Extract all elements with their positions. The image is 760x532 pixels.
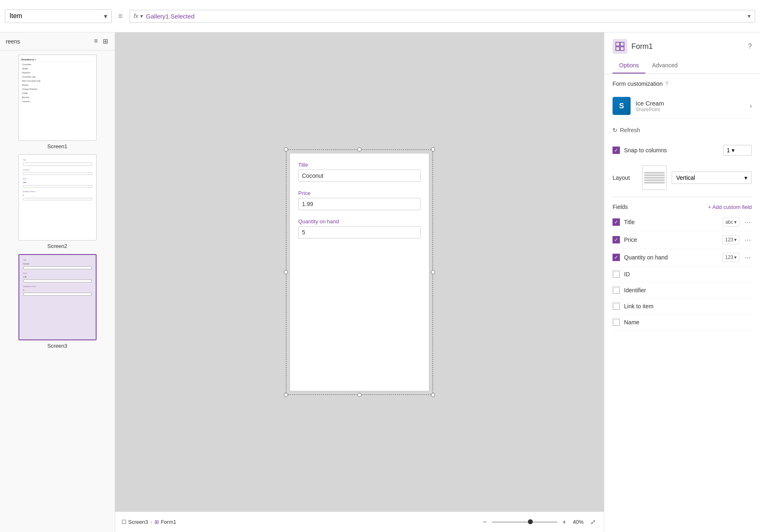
right-panel: Form1 ? Options Advanced Form customizat… <box>604 32 760 532</box>
snap-select[interactable]: 1 ▾ <box>723 145 752 156</box>
field-type-price[interactable]: 123 ▾ <box>722 235 739 244</box>
snap-checkbox[interactable]: ✓ <box>613 147 620 154</box>
zoom-level: 40% <box>571 519 585 525</box>
field-row-id: ID <box>613 266 752 282</box>
screen1-label: Screen1 <box>47 143 67 149</box>
layout-line-2 <box>644 174 665 176</box>
form-field-price-input[interactable] <box>298 198 421 210</box>
field-row-price: ✓ Price 123 ▾ ⋯ <box>613 231 752 249</box>
refresh-label: Refresh <box>620 127 640 133</box>
zoom-slider[interactable] <box>492 521 557 523</box>
top-bar: Item ▾ = fx ▾ Gallery1.Selected ▾ <box>0 0 760 32</box>
main-layout: reens ≡ ⊞ Strawberry > Chocolate Vanilla… <box>0 32 760 532</box>
panel-title: Form1 <box>631 42 653 51</box>
datasource-name: Ice Cream <box>636 100 745 107</box>
datasource-info: Ice Cream SharePoint <box>636 100 745 112</box>
field-checkbox-name[interactable] <box>613 319 620 326</box>
refresh-button[interactable]: ↻ Refresh <box>613 125 752 135</box>
field-checkbox-id[interactable] <box>613 271 620 278</box>
breadcrumb-form[interactable]: ⊞ Form1 <box>154 519 176 525</box>
handle-mr[interactable] <box>431 270 435 274</box>
form-customization-help: ? <box>665 80 668 87</box>
tab-options[interactable]: Options <box>613 58 645 73</box>
field-type-price-value: 123 <box>725 237 733 243</box>
layout-preview[interactable] <box>642 165 667 190</box>
form-field-qty: Quantity on hand <box>298 218 421 238</box>
form-preview[interactable]: Title Price Quantity on hand <box>290 153 429 391</box>
handle-tl[interactable] <box>284 147 288 151</box>
layout-select[interactable]: Vertical ▾ <box>672 172 752 184</box>
grid-view-icon[interactable]: ⊞ <box>102 37 109 46</box>
panel-help-icon[interactable]: ? <box>748 43 752 50</box>
add-custom-field-button[interactable]: + Add custom field <box>708 204 752 210</box>
sidebar-item-screen1[interactable]: Strawberry > Chocolate Vanilla Pistachio… <box>4 55 111 149</box>
zoom-slider-thumb[interactable] <box>528 519 533 524</box>
sidebar-item-screen3[interactable]: Title Coconut Price 1.99 Quantity on han… <box>4 254 111 349</box>
fields-header: Fields + Add custom field <box>613 204 752 210</box>
fields-section: Fields + Add custom field ✓ Title abc ▾ … <box>613 197 752 330</box>
item-selector-label: Item <box>9 12 22 20</box>
item-selector[interactable]: Item ▾ <box>5 9 112 23</box>
datasource-icon: S <box>613 97 631 115</box>
form-field-qty-input[interactable] <box>298 226 421 238</box>
screen2-thumbnail: Title Coconut Price 1.99 Quantity on han… <box>18 154 97 241</box>
handle-bm[interactable] <box>357 393 362 397</box>
breadcrumb-screen[interactable]: ☐ Screen3 <box>122 519 148 525</box>
form-icon: ⊞ <box>154 519 159 525</box>
zoom-in-button[interactable]: + <box>561 517 568 527</box>
fx-label: fx ▾ <box>134 13 143 19</box>
screen2-label: Screen2 <box>47 243 67 249</box>
formula-bar[interactable]: fx ▾ Gallery1.Selected ▾ <box>129 10 755 23</box>
form-field-title-label: Title <box>298 162 421 168</box>
screen2-content: Title Coconut Price 1.99 Quantity on han… <box>21 157 94 202</box>
handle-bl[interactable] <box>284 393 288 397</box>
field-menu-title[interactable]: ⋯ <box>744 218 752 226</box>
zoom-out-button[interactable]: − <box>481 517 488 527</box>
panel-title-row: Form1 <box>613 39 653 54</box>
sidebar-item-screen2[interactable]: Title Coconut Price 1.99 Quantity on han… <box>4 154 111 249</box>
field-checkbox-linktoitem[interactable] <box>613 303 620 310</box>
layout-value: Vertical <box>676 174 695 181</box>
snap-row: ✓ Snap to columns 1 ▾ <box>613 142 752 159</box>
canvas-content: Title Price Quantity on hand <box>115 32 604 511</box>
handle-br[interactable] <box>431 393 435 397</box>
handle-tr[interactable] <box>431 147 435 151</box>
layout-select-chevron: ▾ <box>744 174 747 181</box>
form-field-qty-label: Quantity on hand <box>298 218 421 225</box>
screen-icon: ☐ <box>122 519 127 525</box>
left-panel-header: reens ≡ ⊞ <box>0 32 115 50</box>
field-type-title[interactable]: abc ▾ <box>723 218 739 227</box>
datasource-row[interactable]: S Ice Cream SharePoint › <box>613 94 752 119</box>
screen1-thumbnail: Strawberry > Chocolate Vanilla Pistachio… <box>18 55 97 141</box>
field-checkbox-title[interactable]: ✓ <box>613 218 620 226</box>
field-checkbox-price[interactable]: ✓ <box>613 236 620 243</box>
screen3-content: Title Coconut Price 1.99 Quantity on han… <box>22 257 93 297</box>
field-row-title: ✓ Title abc ▾ ⋯ <box>613 213 752 231</box>
field-name-title: Title <box>624 219 719 225</box>
form-field-title: Title <box>298 162 421 182</box>
layout-row: Layout Vertical ▾ <box>613 165 752 190</box>
field-checkbox-identifier[interactable] <box>613 287 620 294</box>
field-menu-qty[interactable]: ⋯ <box>744 254 752 261</box>
breadcrumb: ☐ Screen3 › ⊞ Form1 <box>122 519 176 525</box>
expand-button[interactable]: ⤢ <box>589 516 597 527</box>
svg-rect-1 <box>620 42 624 46</box>
field-menu-price[interactable]: ⋯ <box>744 236 752 244</box>
snap-value: 1 <box>727 147 730 154</box>
field-type-qty[interactable]: 123 ▾ <box>722 253 739 262</box>
canvas-area: Title Price Quantity on hand ☐ Screen3 <box>115 32 604 532</box>
layout-line-3 <box>644 177 665 179</box>
field-row-identifier: Identifier <box>613 282 752 298</box>
field-row-linktoitem: Link to item <box>613 298 752 314</box>
field-type-price-chevron: ▾ <box>734 237 737 243</box>
screens-list: Strawberry > Chocolate Vanilla Pistachio… <box>0 50 115 532</box>
list-view-icon[interactable]: ≡ <box>93 37 99 46</box>
form-field-title-input[interactable] <box>298 170 421 182</box>
field-checkbox-qty[interactable]: ✓ <box>613 254 620 261</box>
tab-advanced[interactable]: Advanced <box>645 58 684 73</box>
snap-select-chevron: ▾ <box>732 147 735 154</box>
form-customization-text: Form customization <box>613 80 663 87</box>
handle-tm[interactable] <box>357 147 362 151</box>
handle-ml[interactable] <box>284 270 288 274</box>
left-panel-title: reens <box>6 38 20 45</box>
